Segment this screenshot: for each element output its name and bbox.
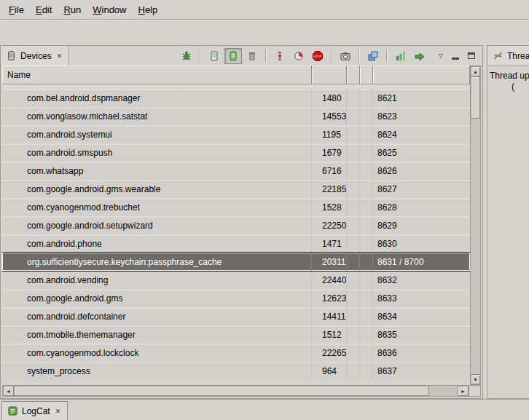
horizontal-scroll-thumb[interactable] [14,386,429,396]
close-icon[interactable]: ✕ [55,52,64,60]
dump-hprof-icon [227,50,239,62]
process-port-cell: 8632 [373,271,470,289]
process-row[interactable]: com.tmobile.thememanager 1512 8635 [2,325,470,344]
tab-logcat[interactable]: LogCat ✕ [1,401,68,420]
process-pid-cell: 20311 [312,253,347,271]
view-hierarchy-button[interactable] [364,48,382,64]
process-name-cell: org.sufficientlysecure.keychain:passphra… [2,253,312,271]
tab-devices[interactable]: Devices ✕ [1,46,69,66]
scroll-down-icon[interactable]: ▼ [471,374,480,384]
process-heap-cell [347,344,360,362]
process-port-cell: 8629 [373,216,470,234]
svg-text:STOP: STOP [313,54,321,58]
process-name-cell: com.tmobile.thememanager [2,325,312,344]
process-port-cell: 8626 [373,162,470,180]
process-heap-cell [347,143,360,162]
process-row[interactable]: com.android.vending 22440 8632 [2,271,470,289]
process-name-cell: com.cyanogenmod.lockclock [2,344,312,362]
process-row[interactable]: com.android.phone 1471 8630 [2,234,470,253]
tab-threads-label: Threads [507,51,529,61]
capture-systrace-button[interactable] [392,48,410,64]
scroll-right-icon[interactable]: ► [458,386,469,396]
capture-systrace-icon [395,50,407,62]
horizontal-scrollbar[interactable]: ◄ ► [2,385,481,397]
process-row[interactable]: org.sufficientlysecure.keychain:passphra… [2,253,470,271]
process-row[interactable]: com.android.systemui 1195 8624 [2,125,470,143]
process-port-cell: 8624 [373,125,470,143]
screen-capture-icon [340,50,351,62]
process-thread-cell [360,107,373,125]
process-name-cell: com.google.android.setupwizard [2,216,312,234]
threads-panel: Threads Thread up ( [487,45,529,399]
menu-help[interactable]: Help [132,1,163,18]
process-thread-cell [360,344,373,362]
menu-edit[interactable]: Edit [30,1,58,18]
process-port-cell: 8637 [373,362,470,380]
table-header-row: Name [2,66,470,84]
process-pid-cell: 14553 [312,107,347,125]
tab-threads[interactable]: Threads [487,46,529,66]
update-threads-icon [274,50,286,62]
device-icon [6,50,17,61]
process-row[interactable]: com.vonglasow.michael.satstat 14553 8623 [2,107,470,125]
process-row[interactable]: com.android.defcontainer 14411 8634 [2,307,470,325]
process-row[interactable]: com.cyanogenmod.trebuchet 1528 8628 [2,198,470,216]
column-header-pid[interactable] [312,66,347,84]
toolbar-separator [386,49,388,63]
view-menu-icon[interactable]: ▽ [439,53,443,59]
debug-process-button[interactable] [178,48,195,64]
close-icon[interactable]: ✕ [54,408,63,415]
process-thread-cell [360,216,373,234]
vertical-scroll-thumb[interactable] [471,76,480,119]
column-header-thread[interactable] [360,66,373,84]
scroll-up-icon[interactable]: ▲ [471,66,480,76]
column-header-port[interactable] [373,66,470,84]
bottom-tabbar: LogCat ✕ [0,399,529,420]
toolbar-separator [200,49,201,63]
process-row[interactable]: com.cyanogenmod.lockclock 22265 8636 [2,344,470,362]
process-pid-cell: 1195 [312,125,347,143]
menu-file[interactable]: File [3,1,30,18]
process-row[interactable]: com.google.android.gms.wearable 22185 86… [2,180,470,198]
menu-window[interactable]: Window [87,1,132,18]
method-profiling-button[interactable] [290,48,307,64]
process-row[interactable]: com.google.android.setupwizard 22250 862… [2,216,470,234]
dump-hprof-button[interactable] [224,48,242,64]
maximize-icon[interactable] [468,52,475,59]
process-row[interactable]: system_process 964 8637 [2,362,470,380]
column-header-name[interactable]: Name [2,66,312,84]
update-threads-button[interactable] [271,48,289,64]
horizontal-scroll-track[interactable] [429,386,458,396]
process-port-cell: 8636 [373,344,470,362]
opengl-trace-button[interactable] [411,48,428,64]
process-heap-cell [347,289,360,307]
toolbar-separator [265,49,267,63]
process-pid-cell: 22440 [312,271,347,289]
process-heap-cell [347,234,360,253]
menubar: File Edit Run Window Help [0,0,529,20]
process-heap-cell [347,271,360,289]
process-thread-cell [360,89,373,107]
screen-capture-button[interactable] [337,48,354,64]
update-heap-button[interactable] [205,48,223,64]
threads-tabbar: Threads [487,46,529,66]
cause-gc-icon [246,50,258,62]
vertical-scrollbar[interactable]: ▲ ▼ [470,66,481,385]
process-pid-cell: 6716 [312,162,347,180]
process-pid-cell: 22185 [312,180,347,198]
devices-tabbar: Devices ✕ [1,46,482,66]
column-header-heap[interactable] [347,66,360,84]
menu-run[interactable]: Run [58,1,87,18]
process-row[interactable]: com.whatsapp 6716 8626 [2,162,470,180]
minimize-icon[interactable] [452,52,459,60]
stop-process-button[interactable]: STOP [309,48,326,64]
cause-gc-button[interactable] [243,48,261,64]
threads-message-line1: Thread up [490,71,527,82]
scroll-left-icon[interactable]: ◄ [3,386,14,396]
process-row[interactable]: com.google.android.gms 12623 8633 [2,289,470,307]
process-name-cell: com.android.defcontainer [2,307,312,325]
threads-message: Thread up ( [487,66,529,97]
threads-message-line2: ( [490,82,527,92]
process-row[interactable]: com.android.smspush 1679 8625 [2,143,470,162]
process-row[interactable]: com.bel.android.dspmanager 1480 8621 [2,89,470,107]
